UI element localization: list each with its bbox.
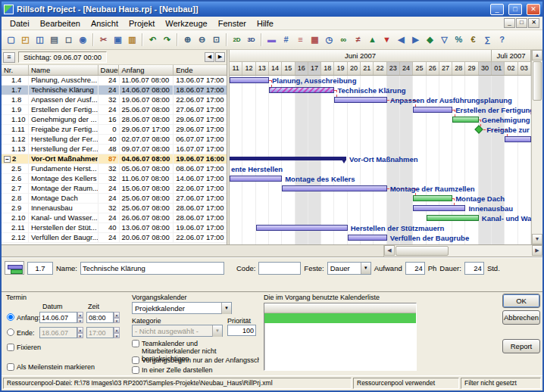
task-nr-field[interactable] (27, 262, 53, 275)
collapse-expander-icon[interactable]: − (4, 156, 11, 163)
filter-button[interactable]: ▽ (437, 33, 452, 48)
gantt-bar[interactable] (505, 136, 531, 142)
gantt-bar[interactable] (452, 117, 479, 123)
meilenstein-checkbox[interactable] (7, 363, 14, 371)
expand-pane-button[interactable]: ▶ (215, 52, 225, 62)
ende-zeit-spinner[interactable]: ▴▾ (114, 327, 120, 338)
anfang-zeit-input[interactable] (86, 312, 114, 323)
task-row[interactable]: 2.9Innenausbau3225.06.07 08:0028.06.07 1… (2, 204, 227, 213)
gantt-bar[interactable] (256, 225, 348, 231)
mdi-restore-button[interactable]: □ (516, 18, 527, 28)
cut-button[interactable]: ✂ (96, 33, 111, 48)
column-header-dauer[interactable]: Dauer (98, 65, 120, 75)
balkendiagramm-button[interactable]: ▬ (264, 33, 279, 48)
redo-button[interactable]: ↷ (160, 33, 174, 48)
ende-datum-spinner[interactable]: ▴▾ (77, 327, 83, 338)
print-button[interactable]: ▤ (47, 33, 61, 48)
prioritaet-input[interactable] (227, 325, 256, 336)
column-header-name[interactable]: Name (29, 65, 98, 75)
kalender-button[interactable]: ▦ (308, 33, 322, 48)
task-row[interactable]: 1.4Planung, Ausschre...2411.06.07 08:001… (2, 76, 227, 86)
task-name-input[interactable] (80, 262, 224, 275)
gantt-bar[interactable] (427, 215, 479, 221)
column-header-nr[interactable]: Nr. (2, 65, 29, 75)
unlink-tasks-button[interactable]: ≠ (351, 33, 365, 48)
gantt-bar[interactable] (230, 77, 269, 83)
code-input[interactable] (258, 262, 301, 275)
maximize-button[interactable]: □ (508, 4, 522, 15)
task-row[interactable]: 1.9Erstellen der Fertig...2425.06.07 08:… (2, 105, 227, 115)
scroll-thumb[interactable] (533, 61, 542, 101)
menu-bearbeiten[interactable]: Bearbeiten (35, 17, 86, 30)
gantt-bar[interactable] (413, 195, 452, 201)
open-file-button[interactable]: ◰ (18, 33, 33, 48)
move-up-button[interactable]: ▲ (365, 33, 380, 48)
projektkalender-select[interactable]: Projektkalender▼ (132, 302, 232, 314)
task-row[interactable]: 1.7Technische Klärung2414.06.07 08:0018.… (2, 86, 227, 95)
zoom-fit-button[interactable]: ⊡ (209, 33, 224, 48)
close-button[interactable]: ✕ (527, 4, 540, 15)
column-header-ende[interactable]: Ende (174, 65, 227, 75)
gantt-bar[interactable] (282, 185, 386, 191)
kategorie-select[interactable]: - Nicht ausgewählt -▼ (132, 325, 223, 337)
new-file-button[interactable]: ▢ (4, 33, 18, 48)
percent-button[interactable]: % (452, 33, 466, 48)
indent-button[interactable]: ▶ (408, 33, 423, 48)
hscroll-thumb[interactable] (395, 246, 449, 256)
scroll-right-button[interactable]: ▶ (532, 245, 542, 256)
task-row[interactable]: 2.10Kanal- und Wasser...2426.06.07 08:00… (2, 213, 227, 223)
menu-ansicht[interactable]: Ansicht (86, 17, 123, 30)
search-button[interactable]: ◉ (76, 33, 90, 48)
task-row[interactable]: 1.12Herstellung der Fer...4002.07.07 08:… (2, 135, 227, 145)
zoom-in-button[interactable]: ⊕ (180, 33, 195, 48)
task-row[interactable]: 1.13Herstellung der Fer...4809.07.07 08:… (2, 145, 227, 154)
task-row[interactable]: 2.11Herstellen der Stüt...4013.06.07 08:… (2, 223, 227, 233)
task-row[interactable]: 2.6Montage des Kellers3211.06.07 08:0014… (2, 174, 227, 184)
ende-zeit-input[interactable] (86, 327, 114, 338)
chevron-down-icon[interactable]: ▼ (221, 303, 231, 314)
task-row[interactable]: 2.8Montage Dach2425.06.07 08:0027.06.07 … (2, 194, 227, 204)
outline-button[interactable]: ≡ (3, 52, 15, 63)
ressourcendiagramm-button[interactable]: ≡ (293, 33, 308, 48)
anfang-zeit-spinner[interactable]: ▴▾ (114, 312, 120, 323)
help-button[interactable]: ? (495, 33, 509, 48)
kalenderliste-table[interactable] (264, 303, 417, 371)
link-tasks-button[interactable]: ∞ (336, 33, 351, 48)
gantt-bar[interactable] (348, 235, 387, 241)
gantt-bar[interactable] (334, 97, 386, 103)
report-button[interactable]: Report (502, 339, 540, 353)
gantt-summary-bar[interactable] (230, 157, 346, 160)
netzplan-button[interactable]: # (279, 33, 293, 48)
collapse-pane-button[interactable]: ◀ (205, 52, 214, 62)
ende-datum-input[interactable] (39, 327, 77, 338)
gantt-bar[interactable] (413, 107, 452, 113)
teamkalender-checkbox[interactable] (132, 340, 139, 347)
menu-werkzeuge[interactable]: Werkzeuge (160, 17, 212, 30)
aufwand-input[interactable] (405, 262, 425, 275)
vorgangsbeginn-checkbox[interactable] (132, 356, 139, 364)
gantt-bar[interactable] (413, 205, 465, 211)
mdi-close-button[interactable]: ✕ (528, 18, 539, 28)
fixieren-checkbox[interactable] (7, 344, 14, 351)
move-down-button[interactable]: ▼ (380, 33, 394, 48)
scroll-left-button[interactable]: ◀ (384, 245, 395, 256)
chevron-down-icon[interactable]: ▼ (361, 263, 370, 274)
euro-button[interactable]: € (466, 33, 480, 48)
anfang-radio[interactable] (7, 313, 14, 321)
scroll-down-button[interactable]: ▼ (532, 234, 542, 244)
menu-projekt[interactable]: Projekt (123, 17, 160, 30)
task-row[interactable]: 1.11Freigabe zur Fertig...029.06.07 17:0… (2, 125, 227, 135)
chevron-down-icon[interactable]: ▼ (212, 325, 222, 337)
sum-button[interactable]: ∑ (480, 33, 495, 48)
outdent-button[interactable]: ◀ (394, 33, 408, 48)
menu-hilfe[interactable]: Hilfe (252, 17, 279, 30)
anfang-datum-spinner[interactable]: ▴▾ (77, 312, 83, 323)
task-row[interactable]: 1.8Anpassen der Ausf...3219.06.07 08:002… (2, 95, 227, 105)
task-row[interactable]: −2Vor-Ort Maßnahmen8704.06.07 08:0019.06… (2, 154, 227, 164)
menu-fenster[interactable]: Fenster (213, 17, 252, 30)
save-button[interactable]: ◫ (33, 33, 47, 48)
ende-radio[interactable] (7, 328, 14, 336)
gantt-bar[interactable] (269, 87, 335, 93)
anfang-datum-input[interactable] (39, 312, 77, 323)
menu-datei[interactable]: Datei (5, 17, 35, 30)
